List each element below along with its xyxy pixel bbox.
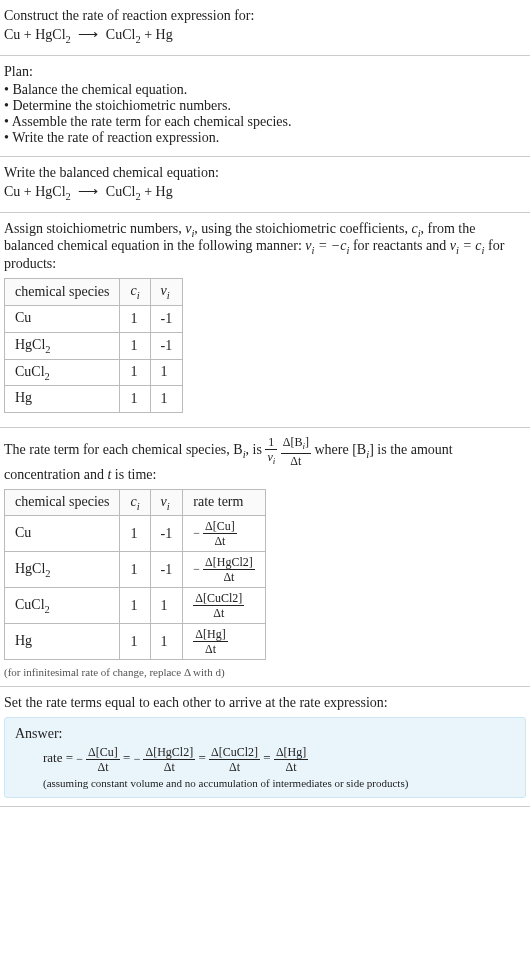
- denominator: Δt: [203, 570, 255, 583]
- balanced-heading: Write the balanced chemical equation:: [4, 165, 526, 181]
- cell-rate-term: Δ[HgCl2]Δt: [183, 552, 266, 588]
- plan-item: Write the rate of reaction expression.: [4, 130, 526, 146]
- table-row: HgCl2 1 -1 Δ[HgCl2]Δt: [5, 552, 266, 588]
- cell-ci: 1: [120, 305, 150, 332]
- plan-list: Balance the chemical equation. Determine…: [4, 82, 526, 146]
- denominator: Δt: [193, 606, 244, 619]
- minus-icon: [134, 751, 144, 766]
- equals: =: [263, 751, 274, 766]
- stoich-intro: Assign stoichiometric numbers, νi, using…: [4, 221, 526, 273]
- cell-ci: 1: [120, 624, 150, 660]
- cell-ci: 1: [120, 332, 150, 359]
- product-text: CuCl: [106, 184, 136, 199]
- fraction: Δ[Hg]Δt: [274, 746, 308, 773]
- plan-item: Determine the stoichiometric numbers.: [4, 98, 526, 114]
- fraction: Δ[Cu]Δt: [203, 520, 237, 547]
- reactant-text: Cu + HgCl: [4, 27, 66, 42]
- species-name: CuCl: [15, 364, 45, 379]
- numerator: Δ[HgCl2]: [203, 556, 255, 570]
- table-row: HgCl2 1 -1: [5, 332, 183, 359]
- fraction: Δ[CuCl2]Δt: [209, 746, 260, 773]
- table-header-row: chemical species ci νi: [5, 279, 183, 306]
- rate-term-intro: The rate term for each chemical species,…: [4, 436, 526, 482]
- final-section: Set the rate terms equal to each other t…: [0, 687, 530, 807]
- numerator: Δ[CuCl2]: [193, 592, 244, 606]
- equals: =: [123, 751, 134, 766]
- cell-ci: 1: [120, 516, 150, 552]
- text: ]: [305, 435, 309, 449]
- subscript: 2: [45, 604, 50, 615]
- fraction: 1 νi: [265, 436, 277, 466]
- cell-rate-term: Δ[CuCl2]Δt: [183, 588, 266, 624]
- cell-nu: -1: [150, 516, 183, 552]
- cell-ci: 1: [120, 386, 150, 413]
- rate-word: rate =: [43, 751, 76, 766]
- i-subscript: i: [137, 290, 140, 301]
- col-rate-term: rate term: [183, 489, 266, 516]
- cell-nu: -1: [150, 552, 183, 588]
- cell-ci: 1: [120, 359, 150, 386]
- col-species: chemical species: [5, 489, 120, 516]
- text: Assign stoichiometric numbers,: [4, 221, 185, 236]
- denominator: Δt: [274, 760, 308, 773]
- text: = c: [459, 238, 482, 253]
- rate-term-table: chemical species ci νi rate term Cu 1 -1…: [4, 489, 266, 661]
- i-subscript: i: [167, 500, 170, 511]
- final-heading: Set the rate terms equal to each other t…: [4, 695, 526, 711]
- reaction-equation: Cu + HgCl2 ⟶ CuCl2 + Hg: [4, 26, 526, 45]
- cell-species: CuCl2: [5, 359, 120, 386]
- balanced-section: Write the balanced chemical equation: Cu…: [0, 157, 530, 213]
- balanced-equation: Cu + HgCl2 ⟶ CuCl2 + Hg: [4, 183, 526, 202]
- cell-nu: 1: [150, 588, 183, 624]
- equals: =: [198, 751, 209, 766]
- cell-species: Hg: [5, 624, 120, 660]
- plan-heading: Plan:: [4, 64, 526, 80]
- cell-ci: 1: [120, 588, 150, 624]
- text: , is: [246, 443, 266, 458]
- denominator: Δt: [209, 760, 260, 773]
- species-name: Cu: [15, 525, 31, 540]
- numerator: Δ[Cu]: [86, 746, 120, 760]
- cell-nu: 1: [150, 359, 183, 386]
- text: = −c: [314, 238, 346, 253]
- table-header-row: chemical species ci νi rate term: [5, 489, 266, 516]
- cell-species: HgCl2: [5, 332, 120, 359]
- i-subscript: i: [273, 457, 276, 467]
- minus-icon: [76, 751, 86, 766]
- text: is time:: [111, 467, 156, 482]
- numerator: Δ[Hg]: [193, 628, 227, 642]
- denominator: Δt: [281, 454, 311, 467]
- table-row: Cu 1 -1 Δ[Cu]Δt: [5, 516, 266, 552]
- cell-species: Cu: [5, 516, 120, 552]
- cell-ci: 1: [120, 552, 150, 588]
- denominator: Δt: [143, 760, 195, 773]
- product-text-2: + Hg: [141, 184, 173, 199]
- numerator: Δ[Cu]: [203, 520, 237, 534]
- infinitesimal-note: (for infinitesimal rate of change, repla…: [4, 666, 526, 678]
- answer-box: Answer: rate = Δ[Cu]Δt = Δ[HgCl2]Δt = Δ[…: [4, 717, 526, 798]
- species-name: Hg: [15, 390, 32, 405]
- col-nu: νi: [150, 489, 183, 516]
- table-row: Cu 1 -1: [5, 305, 183, 332]
- plan-section: Plan: Balance the chemical equation. Det…: [0, 56, 530, 157]
- table-row: Hg 1 1 Δ[Hg]Δt: [5, 624, 266, 660]
- plan-item: Balance the chemical equation.: [4, 82, 526, 98]
- cell-species: Hg: [5, 386, 120, 413]
- species-name: Hg: [15, 633, 32, 648]
- denominator: Δt: [203, 534, 237, 547]
- fraction: Δ[HgCl2]Δt: [143, 746, 195, 773]
- i-subscript: i: [167, 290, 170, 301]
- fraction: Δ[Bi] Δt: [281, 436, 311, 466]
- col-ci: ci: [120, 489, 150, 516]
- prompt-section: Construct the rate of reaction expressio…: [0, 0, 530, 56]
- answer-note: (assuming constant volume and no accumul…: [43, 777, 515, 789]
- col-ci: ci: [120, 279, 150, 306]
- cell-rate-term: Δ[Hg]Δt: [183, 624, 266, 660]
- species-name: HgCl: [15, 337, 45, 352]
- cell-nu: 1: [150, 624, 183, 660]
- table-row: CuCl2 1 1: [5, 359, 183, 386]
- col-species: chemical species: [5, 279, 120, 306]
- species-name: CuCl: [15, 597, 45, 612]
- prompt-title: Construct the rate of reaction expressio…: [4, 8, 526, 24]
- denominator: νi: [265, 450, 277, 466]
